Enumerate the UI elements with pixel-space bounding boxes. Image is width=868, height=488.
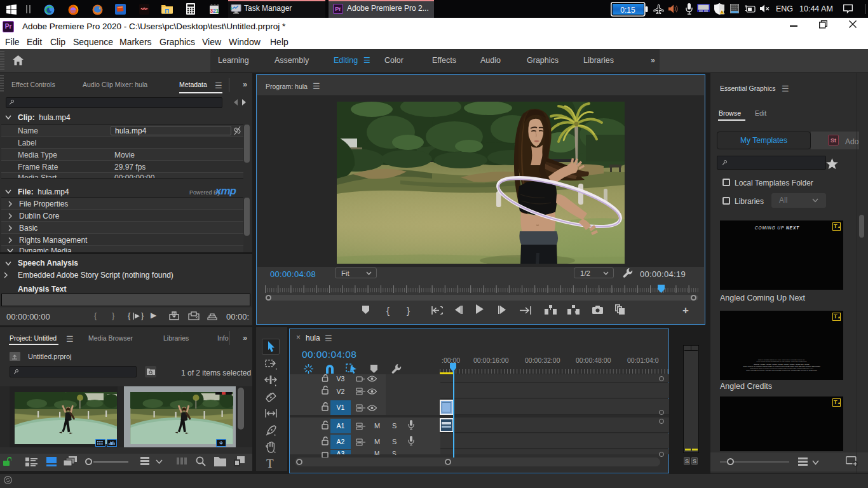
svg-text:1: 1 — [216, 8, 219, 14]
svg-text:0:15: 0:15 — [620, 6, 635, 15]
svg-text:!: ! — [721, 10, 722, 14]
